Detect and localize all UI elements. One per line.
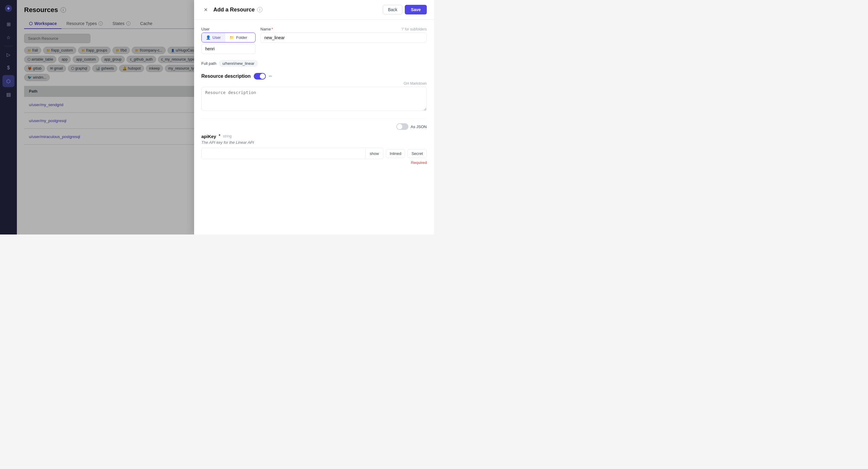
sidebar: ⊞ ☆ ▷ $ ⬡ ▤ 👤 ⚙ ⬡ 📁 ◎ ? → — [0, 0, 17, 234]
modal-body: User 👤 User 📁 Folder — [194, 20, 434, 172]
name-required-star: * — [272, 27, 273, 31]
modal-header: ✕ Add a Resource i Back Save — [194, 0, 434, 20]
sidebar-flows-icon[interactable]: ▷ — [2, 49, 14, 61]
folder-icon: 📁 — [229, 35, 234, 40]
sidebar-logs-icon[interactable]: ▤ — [2, 88, 14, 100]
as-json-label: As JSON — [411, 124, 427, 129]
full-path-row: Full path u/henri/new_linear — [201, 60, 427, 67]
show-button[interactable]: show — [365, 149, 383, 158]
name-field-label: Name* — [260, 27, 273, 31]
subfolder-hint: '/' for subfolders — [401, 27, 427, 31]
sidebar-star-icon[interactable]: ☆ — [2, 31, 14, 43]
user-name-row: User 👤 User 📁 Folder — [201, 27, 427, 54]
api-key-field-desc: The API key for the Linear API — [201, 140, 427, 145]
api-key-input-group: show — [201, 148, 383, 159]
user-type-selector: 👤 User 📁 Folder — [201, 33, 255, 42]
full-path-value: u/henri/new_linear — [219, 60, 258, 67]
description-section: Resource description ✏ GH Markdown — [201, 73, 427, 112]
as-json-toggle[interactable] — [396, 123, 408, 130]
back-button[interactable]: Back — [383, 5, 402, 14]
api-key-input[interactable] — [202, 148, 365, 159]
user-icon: 👤 — [206, 35, 211, 40]
user-field-label: User — [201, 27, 255, 31]
api-key-section: As JSON apiKey * string The API key for … — [201, 118, 427, 165]
sidebar-grid-icon[interactable]: ⊞ — [2, 18, 14, 30]
modal-panel: ✕ Add a Resource i Back Save User — [194, 0, 434, 234]
logo-icon[interactable] — [4, 4, 13, 13]
gh-markdown-label: GH Markdown — [201, 82, 427, 86]
user-value-input[interactable] — [201, 44, 255, 54]
modal-close-button[interactable]: ✕ — [201, 5, 210, 14]
sidebar-billing-icon[interactable]: $ — [2, 62, 14, 74]
api-key-input-row-container: show Inlined Secret — [201, 148, 427, 159]
description-title: Resource description — [201, 73, 251, 79]
required-label: Required — [201, 160, 427, 165]
user-type-user-btn[interactable]: 👤 User — [202, 33, 225, 42]
main-content: Resources i ⬡ Workspace Resource Types i… — [17, 0, 434, 234]
api-key-required-star: * — [218, 133, 220, 139]
as-json-row: As JSON — [201, 123, 427, 130]
modal-overlay[interactable]: ✕ Add a Resource i Back Save User — [17, 0, 434, 234]
as-json-control: As JSON — [396, 123, 427, 130]
api-key-field-type: string — [223, 134, 231, 138]
description-header: Resource description ✏ — [201, 73, 427, 80]
name-header: Name* '/' for subfolders — [260, 27, 427, 31]
name-value-input[interactable] — [260, 33, 427, 43]
user-field-group: User 👤 User 📁 Folder — [201, 27, 255, 54]
name-field-group: Name* '/' for subfolders — [260, 27, 427, 43]
modal-actions: Back Save — [383, 5, 427, 14]
full-path-label: Full path — [201, 61, 216, 66]
sidebar-resources-icon[interactable]: ⬡ — [2, 75, 14, 87]
api-key-field-title: apiKey — [201, 134, 216, 139]
save-button[interactable]: Save — [405, 5, 427, 14]
description-toggle[interactable] — [254, 73, 266, 80]
inlined-button[interactable]: Inlined — [386, 149, 405, 158]
sidebar-divider-1 — [4, 46, 13, 46]
description-textarea[interactable] — [201, 87, 427, 111]
description-edit-icon[interactable]: ✏ — [269, 74, 273, 79]
secret-button[interactable]: Secret — [407, 149, 427, 158]
user-type-folder-btn[interactable]: 📁 Folder — [225, 33, 251, 42]
api-key-title-row: apiKey * string — [201, 133, 427, 139]
modal-info-icon[interactable]: i — [257, 7, 262, 12]
modal-title: Add a Resource i — [213, 7, 379, 13]
